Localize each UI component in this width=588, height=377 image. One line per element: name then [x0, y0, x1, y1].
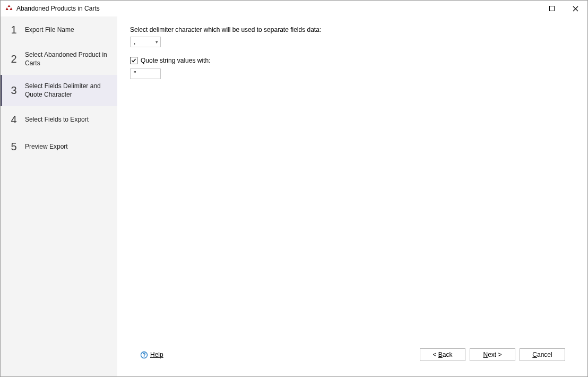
window-controls [540, 1, 587, 16]
step-number: 4 [10, 114, 18, 126]
step-label: Select Fields Delimiter and Quote Charac… [25, 82, 112, 99]
wizard-step-5[interactable]: 5 Preview Export [1, 133, 117, 160]
next-button-rest: ext > [488, 351, 501, 358]
chevron-down-icon: ▾ [155, 39, 158, 45]
delimiter-select[interactable]: , ▾ [130, 37, 161, 47]
wizard-step-2[interactable]: 2 Select Abandoned Product in Carts [1, 44, 117, 75]
svg-point-2 [143, 356, 144, 357]
wizard-body: 1 Export File Name 2 Select Abandoned Pr… [1, 16, 587, 376]
step-label: Preview Export [25, 143, 68, 151]
back-button-lt: < [433, 351, 438, 358]
content-spacer [130, 79, 575, 342]
wizard-steps-sidebar: 1 Export File Name 2 Select Abandoned Pr… [1, 16, 117, 376]
quote-value: " [134, 70, 136, 78]
wizard-step-4[interactable]: 4 Select Fields to Export [1, 106, 117, 133]
wizard-window: Abandoned Products in Carts 1 Export Fil… [0, 0, 588, 377]
wizard-content: Select delimiter character which will be… [117, 16, 587, 376]
svg-rect-0 [549, 6, 554, 11]
step-number: 1 [10, 24, 18, 36]
quote-checkbox-label: Quote string values with: [141, 57, 210, 64]
app-icon [5, 4, 13, 13]
titlebar: Abandoned Products in Carts [1, 1, 587, 16]
maximize-button[interactable] [540, 1, 564, 16]
step-label: Export File Name [25, 26, 74, 35]
next-button[interactable]: Next > [470, 348, 515, 361]
window-title: Abandoned Products in Carts [16, 5, 100, 12]
quote-checkbox[interactable] [130, 57, 137, 64]
step-label: Select Abandoned Product in Carts [25, 51, 112, 67]
wizard-step-3[interactable]: 3 Select Fields Delimiter and Quote Char… [1, 75, 117, 106]
cancel-button[interactable]: Cancel [520, 348, 565, 361]
help-icon [140, 350, 148, 359]
delimiter-value: , [134, 38, 135, 46]
wizard-footer: Help < Back Next > Cancel [130, 342, 575, 367]
cancel-button-rest: ancel [537, 351, 552, 358]
quote-character-input[interactable]: " [130, 68, 161, 79]
wizard-step-1[interactable]: 1 Export File Name [1, 16, 117, 44]
next-button-mnemonic: N [483, 351, 488, 358]
step-number: 5 [10, 141, 18, 153]
step-number: 2 [10, 53, 18, 65]
quote-checkbox-row: Quote string values with: [130, 57, 575, 64]
cancel-button-mnemonic: C [532, 351, 537, 358]
help-label: Help [150, 351, 163, 358]
step-number: 3 [10, 84, 18, 97]
back-button[interactable]: < Back [420, 348, 465, 361]
help-link[interactable]: Help [140, 350, 163, 359]
close-button[interactable] [564, 1, 587, 16]
delimiter-label: Select delimiter character which will be… [130, 26, 575, 33]
step-label: Select Fields to Export [25, 116, 89, 124]
back-button-rest: ack [443, 351, 453, 358]
back-button-mnemonic: B [438, 351, 443, 358]
